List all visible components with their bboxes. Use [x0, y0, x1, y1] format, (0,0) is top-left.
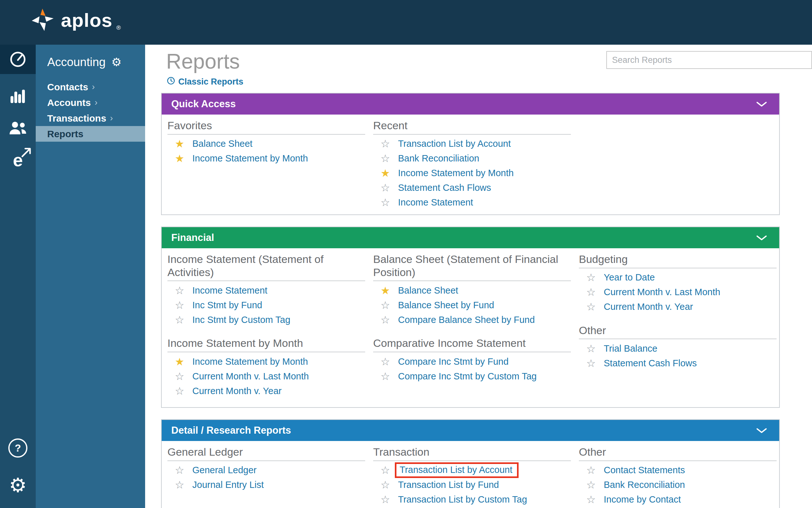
- favorite-star-icon[interactable]: [379, 479, 391, 490]
- report-link[interactable]: Compare Inc Stmt by Fund: [398, 356, 509, 367]
- favorite-star-icon[interactable]: [174, 386, 185, 396]
- favorite-star-icon[interactable]: [585, 479, 597, 490]
- report-link[interactable]: Income Statement: [192, 285, 267, 296]
- favorite-star-icon[interactable]: [379, 300, 391, 310]
- report-link[interactable]: Journal Entry List: [192, 479, 264, 490]
- favorite-star-icon[interactable]: [379, 285, 391, 296]
- favorite-star-icon[interactable]: [379, 197, 391, 208]
- favorite-star-icon[interactable]: [585, 272, 597, 283]
- report-row: Income Statement by Month: [168, 354, 365, 369]
- favorite-star-icon[interactable]: [174, 356, 185, 367]
- report-link[interactable]: Balance Sheet: [398, 285, 458, 296]
- report-sections: Quick Access Favorites Balance Sheet Inc…: [145, 93, 812, 508]
- favorite-star-icon[interactable]: [379, 465, 391, 475]
- chevron-right-icon: ›: [92, 82, 95, 92]
- favorite-star-icon[interactable]: [379, 182, 391, 193]
- favorite-star-icon[interactable]: [585, 287, 597, 297]
- favorite-star-icon[interactable]: [379, 356, 391, 367]
- report-row: Compare Balance Sheet by Fund: [373, 312, 571, 327]
- favorite-star-icon[interactable]: [174, 314, 185, 325]
- favorite-star-icon[interactable]: [379, 153, 391, 164]
- report-link[interactable]: Income Statement by Month: [192, 356, 308, 367]
- report-link[interactable]: Current Month v. Year: [604, 302, 693, 312]
- top-navbar: aplos ®: [0, 0, 812, 45]
- report-link[interactable]: General Ledger: [192, 465, 257, 475]
- sidebar-item-contacts[interactable]: Contacts ›: [36, 79, 145, 95]
- report-link[interactable]: Transaction List by Account: [398, 138, 511, 149]
- report-row: Income Statement: [168, 283, 365, 298]
- favorite-star-icon[interactable]: [585, 302, 597, 312]
- favorite-star-icon[interactable]: [174, 300, 185, 310]
- favorite-star-icon[interactable]: [174, 285, 185, 296]
- settings-icon[interactable]: ⚙: [0, 475, 36, 495]
- dashboard-icon[interactable]: [0, 45, 36, 74]
- favorite-star-icon[interactable]: [379, 371, 391, 382]
- group-title: Favorites: [168, 119, 365, 135]
- favorite-star-icon[interactable]: [585, 343, 597, 354]
- report-row: Current Month v. Year: [168, 384, 365, 398]
- report-link[interactable]: Current Month v. Last Month: [604, 287, 720, 297]
- accounting-sidebar: Accounting ⚙ Contacts › Accounts › Trans…: [36, 45, 145, 508]
- favorite-star-icon[interactable]: [379, 168, 391, 178]
- favorite-star-icon[interactable]: [379, 314, 391, 325]
- report-row: Balance Sheet: [373, 283, 571, 298]
- favorite-star-icon[interactable]: [585, 358, 597, 369]
- efile-icon[interactable]: e: [0, 144, 36, 176]
- accounting-settings-gear-icon[interactable]: ⚙: [111, 56, 122, 68]
- search-reports-input[interactable]: [606, 51, 812, 69]
- report-link[interactable]: Balance Sheet by Fund: [398, 300, 494, 310]
- sidebar-item-transactions[interactable]: Transactions ›: [36, 111, 145, 126]
- favorite-star-icon[interactable]: [174, 138, 185, 149]
- report-row: Transaction List by Account: [373, 136, 571, 151]
- report-link[interactable]: Bank Reconciliation: [604, 479, 685, 490]
- report-row: Trial Balance: [579, 341, 777, 356]
- section-quick-access: Quick Access Favorites Balance Sheet Inc…: [161, 93, 780, 215]
- favorite-star-icon[interactable]: [174, 465, 185, 475]
- favorite-star-icon[interactable]: [174, 153, 185, 164]
- report-link[interactable]: Income Statement by Month: [398, 168, 514, 178]
- report-link[interactable]: Statement Cash Flows: [604, 358, 697, 369]
- report-link[interactable]: Current Month v. Last Month: [192, 371, 309, 382]
- report-link[interactable]: Balance Sheet: [192, 138, 253, 149]
- section-header-quick-access[interactable]: Quick Access: [162, 93, 779, 115]
- report-link[interactable]: Statement Cash Flows: [398, 182, 491, 193]
- favorite-star-icon[interactable]: [379, 494, 391, 505]
- favorite-star-icon[interactable]: [379, 138, 391, 149]
- report-link[interactable]: Inc Stmt by Custom Tag: [192, 314, 290, 325]
- report-link[interactable]: Inc Stmt by Fund: [192, 300, 262, 310]
- report-row: Bank Reconciliation: [373, 151, 571, 166]
- group-title: Income Statement (Statement of Activitie…: [168, 253, 365, 282]
- report-link[interactable]: Transaction List by Custom Tag: [398, 494, 527, 505]
- app-window: aplos ®: [0, 0, 812, 508]
- report-link[interactable]: Income by Contact: [604, 494, 681, 505]
- sidebar-item-reports[interactable]: Reports: [36, 126, 145, 142]
- report-link[interactable]: Transaction List by Fund: [398, 479, 499, 490]
- registered-mark: ®: [117, 24, 121, 31]
- group-title: Transaction: [373, 446, 571, 461]
- contacts-icon[interactable]: [0, 112, 36, 144]
- classic-reports-link[interactable]: Classic Reports: [167, 77, 812, 86]
- section-header-detail-research[interactable]: Detail / Research Reports: [162, 420, 779, 441]
- report-link[interactable]: Contact Statements: [604, 465, 685, 475]
- chevron-down-icon[interactable]: [756, 98, 767, 110]
- report-link[interactable]: Trial Balance: [604, 343, 657, 354]
- report-link[interactable]: Year to Date: [604, 272, 655, 283]
- report-link[interactable]: Income Statement by Month: [192, 153, 308, 164]
- report-link[interactable]: Compare Inc Stmt by Custom Tag: [398, 371, 537, 382]
- chevron-down-icon[interactable]: [756, 425, 767, 436]
- chevron-down-icon[interactable]: [756, 232, 767, 244]
- favorite-star-icon[interactable]: [585, 494, 597, 505]
- accounting-reports-icon[interactable]: [0, 80, 36, 112]
- section-header-financial[interactable]: Financial: [162, 227, 779, 248]
- report-link[interactable]: Income Statement: [398, 197, 473, 208]
- aplos-logo[interactable]: aplos ®: [30, 8, 121, 33]
- report-link[interactable]: Bank Reconciliation: [398, 153, 479, 164]
- sidebar-item-accounts[interactable]: Accounts ›: [36, 95, 145, 111]
- report-link[interactable]: Compare Balance Sheet by Fund: [398, 314, 535, 325]
- favorite-star-icon[interactable]: [174, 479, 185, 490]
- report-link-transaction-list-by-account[interactable]: Transaction List by Account: [400, 465, 512, 475]
- favorite-star-icon[interactable]: [585, 465, 597, 475]
- favorite-star-icon[interactable]: [174, 371, 185, 382]
- help-icon[interactable]: ?: [0, 438, 36, 458]
- report-link[interactable]: Current Month v. Year: [192, 386, 282, 396]
